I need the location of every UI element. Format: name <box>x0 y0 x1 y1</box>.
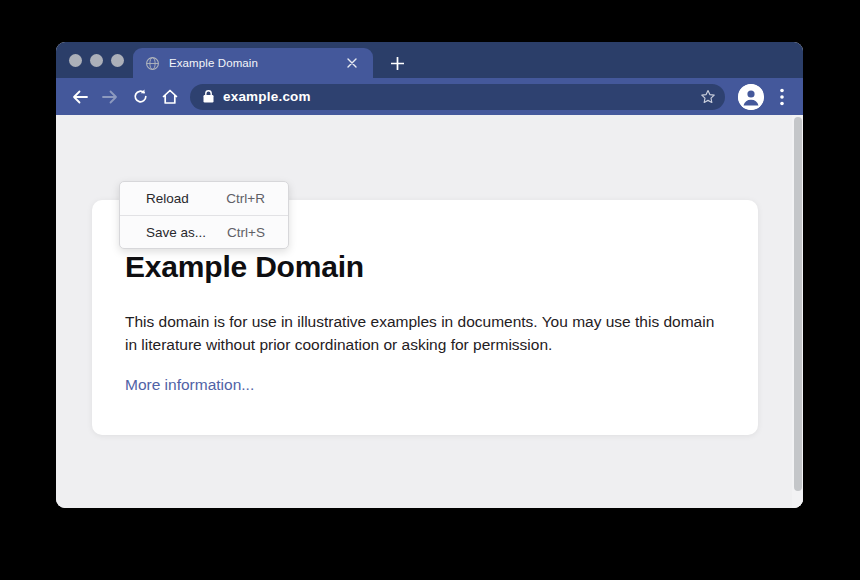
window-zoom-button[interactable] <box>111 54 124 67</box>
browser-menu-icon[interactable] <box>770 82 794 112</box>
page-paragraph: This domain is for use in illustrative e… <box>125 310 717 357</box>
lock-icon <box>203 90 214 103</box>
globe-favicon-icon <box>145 56 160 71</box>
tab-close-icon[interactable] <box>343 54 361 72</box>
context-menu: Reload Ctrl+R Save as... Ctrl+S <box>119 181 289 249</box>
page-viewport: Example Domain This domain is for use in… <box>56 115 803 508</box>
context-menu-item-save-as[interactable]: Save as... Ctrl+S <box>120 215 288 248</box>
scrollbar-thumb[interactable] <box>794 117 802 491</box>
forward-icon[interactable] <box>95 82 125 112</box>
menu-item-label: Reload <box>146 191 189 206</box>
browser-toolbar: example.com <box>56 78 803 115</box>
back-icon[interactable] <box>65 82 95 112</box>
tab-strip: Example Domain <box>56 42 803 78</box>
bookmark-star-icon[interactable] <box>700 89 716 105</box>
menu-item-label: Save as... <box>146 225 206 240</box>
scrollbar-track[interactable] <box>792 115 803 508</box>
window-controls <box>69 54 124 67</box>
browser-window: Example Domain <box>56 42 803 508</box>
new-tab-button[interactable] <box>383 49 411 77</box>
menu-item-shortcut: Ctrl+R <box>226 191 265 206</box>
reload-icon[interactable] <box>125 82 155 112</box>
page-title: Example Domain <box>125 250 718 284</box>
tab-title: Example Domain <box>169 57 343 69</box>
window-close-button[interactable] <box>69 54 82 67</box>
url-text: example.com <box>223 89 311 104</box>
home-icon[interactable] <box>155 82 185 112</box>
profile-avatar-icon[interactable] <box>738 84 764 110</box>
address-bar[interactable]: example.com <box>190 84 725 110</box>
context-menu-item-reload[interactable]: Reload Ctrl+R <box>120 182 288 215</box>
menu-item-shortcut: Ctrl+S <box>227 225 265 240</box>
more-information-link[interactable]: More information... <box>125 376 254 394</box>
window-minimize-button[interactable] <box>90 54 103 67</box>
tab-example-domain[interactable]: Example Domain <box>133 48 373 78</box>
